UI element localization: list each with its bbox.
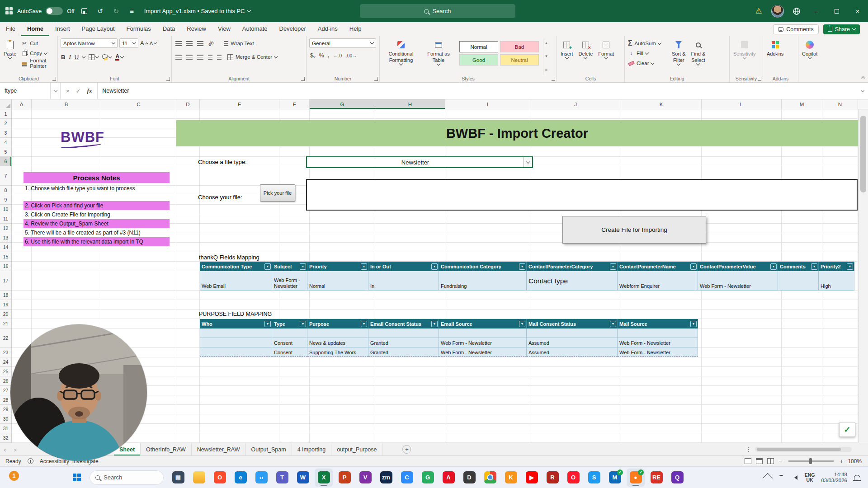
row-header[interactable]: 32: [0, 433, 11, 443]
increase-decimal-icon[interactable]: ←.0: [334, 53, 342, 58]
vertical-scrollbar[interactable]: [858, 109, 868, 443]
youtube-icon[interactable]: ▶: [523, 469, 541, 487]
app-orange-icon[interactable]: K: [502, 469, 520, 487]
word-icon[interactable]: W: [294, 469, 312, 487]
find-select-button[interactable]: Find &Select: [689, 38, 708, 75]
table-header-cell[interactable]: Communication Type▼: [200, 262, 272, 271]
column-header[interactable]: C: [101, 99, 176, 109]
orientation-button[interactable]: ab: [207, 40, 215, 47]
taskbar-search[interactable]: Search: [90, 470, 164, 485]
table-cell[interactable]: Web Form - Newsletter: [439, 338, 527, 347]
fill-button[interactable]: ↓Fill: [627, 48, 668, 58]
horizontal-scrollbar-thumb[interactable]: [757, 448, 841, 451]
font-dialog-launcher[interactable]: [166, 77, 170, 81]
zoom-out-icon[interactable]: −: [778, 458, 782, 465]
insert-function-icon[interactable]: fx: [87, 87, 92, 94]
table-cell[interactable]: Webform Enquirer: [618, 271, 698, 291]
table-header-cell[interactable]: Type▼: [272, 319, 307, 328]
delete-cells-button[interactable]: × Delete: [577, 38, 595, 75]
app-green-icon[interactable]: G: [419, 469, 437, 487]
align-bottom-icon[interactable]: [197, 41, 203, 46]
zoom-slider[interactable]: [788, 460, 834, 462]
row-header[interactable]: 8: [0, 186, 11, 195]
wifi-icon[interactable]: [778, 474, 785, 481]
bold-button[interactable]: B: [61, 54, 65, 61]
table-header-cell[interactable]: Priority▼: [307, 262, 368, 271]
ribbon-tab[interactable]: Home: [21, 22, 49, 36]
row-header[interactable]: 18: [0, 291, 11, 300]
format-as-table-button[interactable]: Format asTable: [422, 38, 455, 75]
zoom-level[interactable]: 100%: [848, 458, 862, 465]
file-type-dropdown[interactable]: Newsletter: [306, 156, 533, 168]
alignment-dialog-launcher[interactable]: [301, 77, 305, 81]
table-cell[interactable]: Web Form - Newsletter: [698, 271, 778, 291]
normal-view-icon[interactable]: [745, 458, 751, 464]
table-cell[interactable]: [272, 328, 307, 338]
row-header[interactable]: 19: [0, 300, 11, 310]
merge-center-button[interactable]: Merge & Center: [226, 52, 278, 62]
table-cell[interactable]: [439, 328, 527, 338]
teams-icon[interactable]: T: [273, 469, 291, 487]
filter-icon[interactable]: ▼: [361, 263, 367, 270]
dropdown-arrow-icon[interactable]: [524, 157, 532, 167]
file-explorer-icon[interactable]: [190, 469, 208, 487]
redo-icon[interactable]: ↻: [110, 5, 122, 17]
wrap-text-button[interactable]: Wrap Text: [222, 38, 255, 48]
filter-icon[interactable]: ▼: [770, 263, 777, 270]
align-center-icon[interactable]: [186, 55, 193, 60]
ribbon-tab[interactable]: Insert: [49, 22, 76, 36]
table-header-cell[interactable]: Mail Source▼: [618, 319, 698, 328]
ribbon-tab[interactable]: Data: [157, 22, 181, 36]
row-header[interactable]: 25: [0, 367, 11, 376]
name-box-chevron-icon[interactable]: [51, 83, 61, 99]
ribbon-tab[interactable]: File: [0, 22, 21, 36]
row-header[interactable]: 22: [0, 328, 11, 348]
cell-style-swatch[interactable]: Good: [459, 54, 498, 66]
horizontal-scrollbar[interactable]: [755, 447, 852, 452]
paste-button[interactable]: Paste: [2, 38, 18, 75]
table-cell[interactable]: [200, 338, 272, 347]
chevron-down-icon[interactable]: [82, 54, 85, 58]
column-header[interactable]: I: [445, 99, 530, 109]
column-header[interactable]: K: [621, 99, 702, 109]
document-title-area[interactable]: Import App_v1.xlsm • Saved to this PC: [144, 8, 251, 14]
styles-gallery-scroll[interactable]: ▲▼≡: [543, 38, 549, 75]
column-header[interactable]: E: [200, 99, 279, 109]
clock[interactable]: 14:4803/03/2026: [821, 472, 847, 483]
filter-icon[interactable]: ▼: [811, 263, 817, 270]
row-header[interactable]: 27: [0, 386, 11, 395]
row-header[interactable]: 4: [0, 138, 11, 147]
filter-icon[interactable]: ▼: [610, 321, 616, 327]
globe-icon[interactable]: [788, 7, 806, 15]
app-red-icon[interactable]: R: [543, 469, 561, 487]
table-cell[interactable]: Consent: [272, 347, 307, 357]
app-skyblue-icon[interactable]: S: [585, 469, 603, 487]
table-cell[interactable]: Fundraising: [439, 271, 527, 291]
sheet-nav-left-icon[interactable]: ‹: [0, 443, 10, 455]
table-header-cell[interactable]: Mail Consent Status▼: [527, 319, 618, 328]
row-header[interactable]: 15: [0, 252, 11, 262]
app-blue-icon[interactable]: C: [398, 469, 416, 487]
autosum-button[interactable]: ΣAutoSum: [627, 38, 668, 48]
cell-style-swatch[interactable]: Neutral: [500, 54, 539, 66]
column-header[interactable]: M: [782, 99, 822, 109]
comments-button[interactable]: Comments: [773, 24, 818, 34]
table-header-cell[interactable]: Who▼: [200, 319, 272, 328]
ribbon-tab[interactable]: Developer: [274, 22, 312, 36]
powerpoint-icon[interactable]: P: [335, 469, 354, 487]
page-break-view-icon[interactable]: [767, 458, 774, 464]
align-top-icon[interactable]: [175, 41, 182, 46]
table-header-cell[interactable]: Subject▼: [272, 262, 307, 271]
share-button[interactable]: Share: [823, 24, 860, 34]
addins-button[interactable]: Add-ins: [765, 38, 785, 75]
more-options-icon[interactable]: ⋮: [745, 446, 751, 453]
filter-icon[interactable]: ▼: [431, 263, 438, 270]
table-cell[interactable]: Web Email: [200, 271, 272, 291]
ribbon-tab[interactable]: Formulas: [121, 22, 157, 36]
row-header[interactable]: 14: [0, 243, 11, 252]
row-header[interactable]: 31: [0, 424, 11, 433]
cell-style-swatch[interactable]: Bad: [500, 41, 539, 52]
row-header[interactable]: 12: [0, 224, 11, 233]
filter-icon[interactable]: ▼: [690, 263, 697, 270]
app-purple-icon[interactable]: V: [356, 469, 374, 487]
